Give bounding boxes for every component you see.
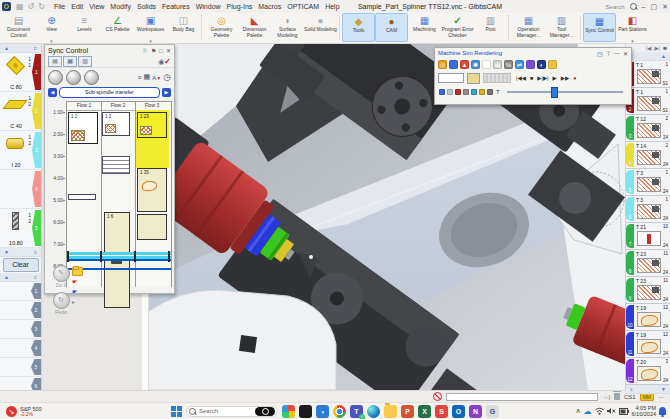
sim-mini-icon[interactable]: [471, 89, 477, 95]
op-block[interactable]: 1 2: [102, 112, 130, 136]
flow-tab-row[interactable]: 2: [0, 301, 41, 320]
dock-icon[interactable]: ⚑: [151, 47, 156, 54]
go-start-button[interactable]: |◀◀: [514, 75, 528, 81]
ops-scroll-down[interactable]: ≡▼: [626, 385, 670, 394]
ribbon-button[interactable]: Operation Manager...: [512, 13, 545, 42]
operation-tab[interactable]: 12: [626, 359, 634, 383]
teams-icon[interactable]: T✓: [350, 405, 363, 418]
apply-check-icon[interactable]: ✓: [164, 57, 171, 66]
tool-tile[interactable]: 11 1 C 80: [0, 53, 41, 92]
tool-flow-tab[interactable]: 5: [32, 210, 41, 246]
operation-tile[interactable]: 9 T 23 11 24: [626, 277, 670, 304]
operation-tile[interactable]: 2 T 1 1 S1: [626, 88, 670, 115]
search-label[interactable]: Search: [606, 4, 625, 10]
operator-icon[interactable]: ☻: [662, 45, 668, 51]
tool-list-scroll-down[interactable]: ▼≡: [0, 248, 41, 257]
flow-list-scroll-up[interactable]: ▲≡: [0, 273, 41, 282]
sort-icon[interactable]: A▼: [152, 74, 161, 81]
ribbon-button[interactable]: Dimension Palette: [238, 13, 271, 42]
play-button[interactable]: ▶: [551, 75, 559, 81]
op-block[interactable]: [68, 194, 96, 200]
start-button[interactable]: [171, 406, 182, 417]
operation-tab[interactable]: 8: [626, 251, 634, 275]
save-icon[interactable]: ▦: [16, 2, 24, 11]
sim-mini-icon[interactable]: [463, 89, 469, 95]
sync-close-button[interactable]: ✕: [166, 47, 171, 54]
sim-mini-icon[interactable]: [447, 89, 453, 95]
ribbon-button[interactable]: Surface Modeling: [271, 13, 304, 42]
tool-tile[interactable]: 4: [0, 170, 41, 209]
menu-item[interactable]: Edit: [71, 3, 83, 10]
ribbon-button[interactable]: Program Error Checker: [441, 13, 474, 42]
clear-button[interactable]: Clear: [3, 258, 39, 272]
ribbon-button[interactable]: View: [35, 13, 68, 42]
flow-tab-row[interactable]: 5: [0, 358, 41, 377]
taskbar-search[interactable]: Search: [186, 406, 278, 417]
ribbon-button[interactable]: Tools: [342, 13, 375, 42]
stocks-widget[interactable]: ↘ S&P 500 -2.2%: [6, 406, 156, 417]
tool-flow-tab[interactable]: 2: [32, 93, 41, 129]
tool-tile[interactable]: 12 5 10.80: [0, 209, 41, 248]
operation-tile[interactable]: 8 T 23 11 24: [626, 250, 670, 277]
volume-mute-icon[interactable]: [607, 407, 616, 415]
operation-tab[interactable]: 6: [626, 197, 634, 221]
notification-bell-icon[interactable]: [659, 407, 666, 415]
spindle-right-icon[interactable]: |▶|: [654, 46, 660, 51]
operation-tile[interactable]: 11 T 19 12 24: [626, 331, 670, 358]
trash-icon[interactable]: [614, 393, 620, 400]
powerpoint-icon[interactable]: P: [401, 405, 414, 418]
flow-tab-row[interactable]: 3: [0, 320, 41, 339]
tool-list-scroll-up[interactable]: ▲≡: [0, 44, 41, 53]
thumb-down-icon[interactable]: ☛: [72, 279, 83, 286]
spindle-left-icon[interactable]: |◀|: [646, 46, 652, 51]
sim-speed-slider[interactable]: [507, 91, 623, 93]
operation-tile[interactable]: 3 T 12 2 24: [626, 115, 670, 142]
redo-button[interactable]: ↻: [53, 292, 70, 309]
flow-tab-flag[interactable]: 5: [31, 359, 41, 375]
menu-item[interactable]: Solids: [137, 3, 156, 10]
percent-icon[interactable]: %: [504, 60, 513, 69]
tool-tile[interactable]: 12 3 I 20: [0, 131, 41, 170]
ribbon-button[interactable]: Part Stations: [616, 13, 649, 42]
operation-tile[interactable]: 12 T 20 3 24: [626, 358, 670, 385]
stop-button[interactable]: ■: [528, 75, 535, 81]
menu-item[interactable]: OPTICAM: [287, 3, 319, 10]
menu-item[interactable]: View: [89, 3, 104, 10]
next-flow-button[interactable]: ▶: [162, 88, 171, 97]
tool-flow-tab[interactable]: 1: [32, 54, 41, 90]
sync-view-gantt-button[interactable]: ▦: [63, 56, 77, 67]
spindle-knob-2[interactable]: [66, 70, 81, 85]
do-it-button[interactable]: ✎: [53, 265, 70, 282]
onenote-icon[interactable]: N: [469, 405, 482, 418]
excel-icon[interactable]: X: [418, 405, 431, 418]
ribbon-button[interactable]: Post: [474, 13, 507, 42]
report-icon[interactable]: ▤: [493, 60, 502, 69]
edge-icon[interactable]: [367, 405, 380, 418]
ribbon-button[interactable]: Tool Manager...: [545, 13, 578, 42]
operation-tab[interactable]: 10: [626, 305, 634, 329]
menu-item[interactable]: File: [54, 3, 65, 10]
pin-icon[interactable]: ⚐: [143, 47, 148, 54]
sync-gantt[interactable]: 1:002:003:004:005:006:007:008:00 Flow 1 …: [48, 101, 172, 287]
menu-item[interactable]: Window: [196, 3, 221, 10]
app-icon-grid[interactable]: [282, 405, 295, 418]
operation-tile[interactable]: 6 T 3 1 24: [626, 196, 670, 223]
op-block[interactable]: [137, 214, 167, 240]
operation-tab[interactable]: 4: [626, 143, 634, 167]
menu-item[interactable]: Plug-Ins: [227, 3, 253, 10]
fast-forward-button[interactable]: ▶▶: [559, 75, 571, 81]
operation-tab[interactable]: 5: [626, 170, 634, 194]
sim-mini-icon[interactable]: [479, 89, 485, 95]
ribbon-button[interactable]: Sync Control: [583, 13, 616, 42]
ribbon-button[interactable]: Workspaces: [134, 13, 167, 42]
time-clock-icon[interactable]: ◷: [163, 72, 171, 82]
sim-mini-icon[interactable]: [439, 89, 445, 95]
wifi-icon[interactable]: [595, 407, 604, 415]
prev-flow-button[interactable]: ◀: [48, 88, 57, 97]
step-button[interactable]: ▶|▶|: [535, 75, 550, 81]
undo-icon[interactable]: ↺: [28, 2, 35, 11]
menu-item[interactable]: Modify: [110, 3, 131, 10]
minimize-button[interactable]: –: [642, 3, 646, 10]
gibbscam-taskbar-icon[interactable]: G: [486, 405, 499, 418]
app-icon-dark[interactable]: [299, 405, 312, 418]
